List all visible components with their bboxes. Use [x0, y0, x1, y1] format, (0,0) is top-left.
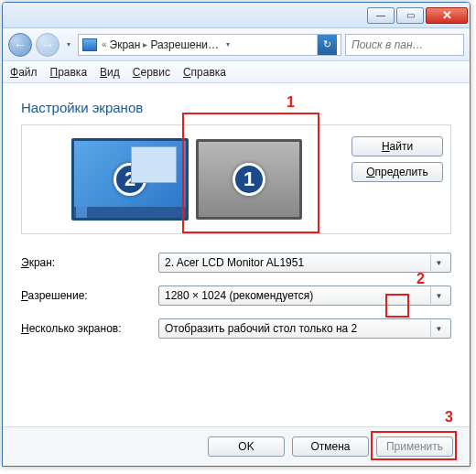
find-button[interactable]: Найти	[352, 136, 443, 156]
menu-edit[interactable]: Правка	[50, 66, 88, 79]
window-thumbnail	[131, 146, 177, 183]
row-multi-display: Несколько экранов: Отобразить рабочий ст…	[21, 318, 451, 339]
monitor-1[interactable]: 1	[196, 139, 302, 220]
label-resolution: Разрешение:	[21, 289, 158, 302]
row-resolution: Разрешение: 1280 × 1024 (рекомендуется) …	[21, 285, 451, 306]
menu-tools[interactable]: Сервис	[133, 66, 170, 79]
path-screen[interactable]: Экран	[110, 38, 141, 51]
minimize-button[interactable]: —	[367, 7, 395, 24]
address-bar[interactable]: « Экран ▸ Разрешени… ▾ ↻	[78, 34, 341, 56]
search-box[interactable]	[345, 34, 464, 56]
content-area: Настройки экранов 2 1 Найти	[3, 83, 470, 426]
display-arrangement-panel: 2 1 Найти Определить	[21, 124, 451, 234]
path-resolution[interactable]: Разрешени…	[150, 38, 219, 51]
nav-history-dropdown[interactable]: ▾	[63, 40, 74, 48]
footer-buttons: OK Отмена Применить 3	[3, 426, 470, 466]
cancel-button[interactable]: Отмена	[292, 436, 369, 457]
combo-multi-value: Отобразить рабочий стол только на 2	[165, 322, 357, 335]
combo-resolution-value: 1280 × 1024 (рекомендуется)	[165, 289, 313, 302]
menubar: Файл Правка Вид Сервис Справка	[3, 61, 470, 83]
monitor-2[interactable]: 2	[71, 138, 189, 221]
row-screen: Экран: 2. Acer LCD Monitor AL1951 ▼	[21, 253, 451, 273]
search-input[interactable]	[350, 38, 460, 52]
taskbar-thumbnail	[74, 207, 186, 218]
display-settings-window: — ▭ ✕ ← → ▾ « Экран ▸ Разрешени… ▾ ↻ Фай…	[2, 2, 471, 467]
monitor-number-1: 1	[233, 163, 265, 196]
page-title: Настройки экранов	[21, 100, 451, 115]
form-area: Экран: 2. Acer LCD Monitor AL1951 ▼ Разр…	[21, 253, 451, 339]
maximize-button[interactable]: ▭	[396, 7, 424, 24]
display-arrangement-area[interactable]: 2 1	[29, 133, 344, 226]
label-screen: Экран:	[21, 256, 158, 269]
nav-back-button[interactable]: ←	[8, 33, 32, 57]
chevron-down-icon[interactable]: ▼	[430, 254, 447, 271]
refresh-button[interactable]: ↻	[317, 35, 337, 55]
combo-multi-display[interactable]: Отобразить рабочий стол только на 2 ▼	[158, 318, 451, 339]
ok-button[interactable]: OK	[208, 436, 285, 457]
monitor-icon	[82, 38, 97, 51]
navbar: ← → ▾ « Экран ▸ Разрешени… ▾ ↻	[3, 28, 470, 61]
combo-resolution[interactable]: 1280 × 1024 (рекомендуется) ▼	[158, 285, 451, 306]
breadcrumb[interactable]: « Экран ▸ Разрешени…	[101, 38, 219, 51]
chevron-down-icon[interactable]: ▼	[430, 320, 447, 337]
detect-button[interactable]: Определить	[352, 162, 443, 182]
combo-screen[interactable]: 2. Acer LCD Monitor AL1951 ▼	[158, 253, 451, 273]
apply-button[interactable]: Применить	[376, 436, 453, 457]
menu-help[interactable]: Справка	[183, 66, 226, 79]
label-multi-display: Несколько экранов:	[21, 322, 158, 335]
chevron-down-icon[interactable]: ▼	[430, 287, 447, 304]
display-side-buttons: Найти Определить	[352, 133, 443, 226]
close-button[interactable]: ✕	[426, 7, 468, 24]
menu-file[interactable]: Файл	[10, 66, 38, 79]
nav-forward-button[interactable]: →	[36, 33, 60, 57]
breadcrumb-dropdown[interactable]: ▾	[222, 40, 233, 48]
combo-screen-value: 2. Acer LCD Monitor AL1951	[165, 256, 304, 269]
titlebar: — ▭ ✕	[3, 3, 470, 28]
menu-view[interactable]: Вид	[100, 66, 120, 79]
